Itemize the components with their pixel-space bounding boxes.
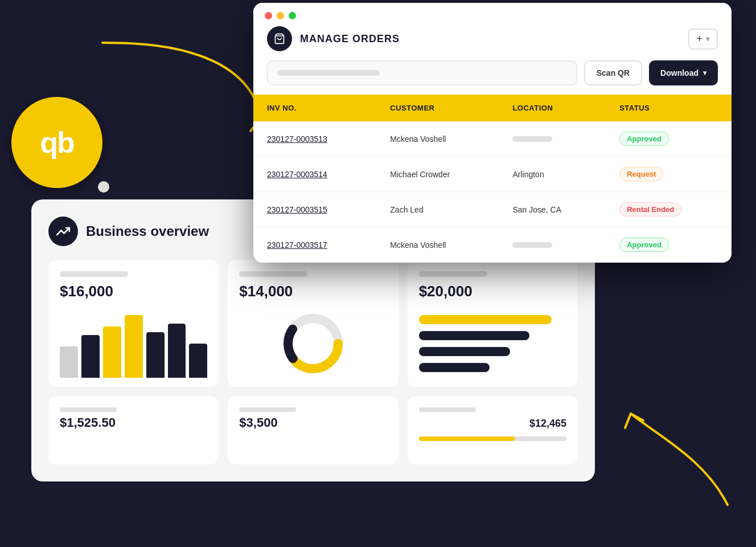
bar-4	[125, 315, 143, 378]
location-cell: San Jose, CA	[499, 192, 606, 227]
progress-bar-wrapper	[419, 436, 566, 441]
progress-fill	[419, 436, 515, 441]
inv-link[interactable]: 230127-0003513	[267, 134, 327, 144]
download-chevron-icon: ▾	[703, 69, 706, 77]
inv-link[interactable]: 230127-0003514	[267, 170, 327, 179]
customer-cell: Zach Led	[376, 192, 499, 227]
chart-card-row2-2: $3,500	[228, 396, 398, 464]
window-header: MANAGE ORDERS + ▾	[253, 26, 732, 60]
cart-icon	[267, 26, 292, 51]
chart-grid-row1: $16,000 $14,000	[48, 260, 578, 387]
add-button[interactable]: + ▾	[688, 28, 718, 50]
hbar-chart	[419, 309, 566, 378]
inv-no-cell: 230127-0003517	[253, 227, 376, 263]
bar-7	[189, 344, 207, 378]
col-location: LOCATION	[499, 95, 606, 121]
qb-logo-text: qb	[40, 125, 74, 160]
window-minimize-dot[interactable]	[277, 12, 284, 19]
inv-no-cell: 230127-0003514	[253, 157, 376, 192]
qb-logo-wrapper: qb	[11, 97, 102, 188]
status-badge-approved2: Approved	[619, 238, 669, 252]
donut-svg	[279, 309, 347, 378]
hbar-4	[419, 363, 490, 372]
status-cell: Request	[606, 157, 732, 192]
bar-5	[146, 332, 165, 378]
download-button[interactable]: Download ▾	[649, 60, 718, 85]
bar-1	[60, 346, 78, 378]
hbar-1	[419, 315, 552, 324]
window-title-text: MANAGE ORDERS	[300, 33, 400, 45]
location-cell	[499, 121, 606, 157]
inv-link[interactable]: 230127-0003517	[267, 240, 327, 250]
donut-wrapper	[239, 309, 387, 378]
col-customer: CUSTOMER	[376, 95, 499, 121]
row2-value-2: $3,500	[239, 415, 387, 430]
status-badge-approved: Approved	[619, 132, 669, 146]
status-cell: Approved	[606, 121, 732, 157]
chart-card-row2-3: $12,465	[408, 396, 578, 464]
col-inv-no: INV NO.	[253, 95, 376, 121]
status-cell: Approved	[606, 227, 732, 263]
inv-link[interactable]: 230127-0003515	[267, 205, 327, 214]
action-bar: Scan QR Download ▾	[253, 60, 732, 95]
location-placeholder	[512, 136, 552, 142]
donut-chart-value: $14,000	[239, 283, 387, 300]
row2-value-1: $1,525.50	[60, 415, 207, 430]
status-cell: Rental Ended	[606, 192, 732, 227]
orders-table: INV NO. CUSTOMER LOCATION STATUS 230127-…	[253, 95, 732, 263]
scan-qr-button[interactable]: Scan QR	[584, 60, 642, 85]
hbar-2	[419, 331, 530, 340]
chevron-icon: ▾	[706, 34, 710, 43]
status-badge-request: Request	[619, 167, 663, 181]
table-body: 230127-0003513 Mckena Voshell Approved 2…	[253, 121, 732, 263]
col-status: STATUS	[606, 95, 732, 121]
table-header: INV NO. CUSTOMER LOCATION STATUS	[253, 95, 732, 121]
table-row: 230127-0003514 Michael Crowder Arlington…	[253, 157, 732, 192]
bar-chart-value: $16,000	[60, 283, 207, 300]
plus-icon: +	[696, 33, 702, 45]
window-close-dot[interactable]	[265, 12, 272, 19]
table-row: 230127-0003513 Mckena Voshell Approved	[253, 121, 732, 157]
chart-grid-row2: $1,525.50 $3,500 $12,465	[48, 396, 578, 464]
bar-chart-card: $16,000	[48, 260, 219, 387]
inv-no-cell: 230127-0003515	[253, 192, 376, 227]
biz-overview-title: Business overview	[86, 223, 209, 239]
hbar-chart-card: $20,000	[408, 260, 578, 387]
progress-track	[419, 436, 566, 441]
hbar-chart-value: $20,000	[419, 283, 566, 300]
manage-orders-window: MANAGE ORDERS + ▾ Scan QR Download ▾ INV…	[253, 3, 732, 263]
cart-svg	[274, 33, 285, 44]
trending-up-icon	[48, 217, 78, 246]
customer-cell: Mckena Voshell	[376, 121, 499, 157]
table-row: 230127-0003515 Zach Led San Jose, CA Ren…	[253, 192, 732, 227]
trending-icon-svg	[56, 224, 70, 238]
location-cell	[499, 227, 606, 263]
chart-label-placeholder2	[239, 271, 307, 277]
chart-label-placeholder	[60, 271, 128, 277]
window-maximize-dot[interactable]	[289, 12, 296, 19]
qb-logo-circle: qb	[11, 97, 102, 188]
hbar-3	[419, 347, 511, 356]
status-badge-rental-ended: Rental Ended	[619, 202, 681, 217]
chart-label-placeholder3	[419, 271, 487, 277]
window-title-area: MANAGE ORDERS	[267, 26, 400, 51]
search-placeholder	[277, 70, 380, 76]
row2-label-2	[239, 407, 296, 412]
bar-3	[103, 326, 121, 378]
customer-cell: Michael Crowder	[376, 157, 499, 192]
inv-no-cell: 230127-0003513	[253, 121, 376, 157]
table-row: 230127-0003517 Mckena Voshell Approved	[253, 227, 732, 263]
customer-cell: Mckena Voshell	[376, 227, 499, 263]
download-label: Download	[660, 68, 699, 77]
bar-6	[168, 324, 186, 378]
search-box[interactable]	[267, 60, 577, 85]
chart-card-row2-1: $1,525.50	[48, 396, 219, 464]
location-placeholder	[512, 242, 552, 248]
donut-chart-card: $14,000	[228, 260, 398, 387]
window-controls	[253, 3, 732, 26]
row2-value-3: $12,465	[529, 418, 566, 430]
bar-2	[81, 335, 100, 378]
location-cell: Arlington	[499, 157, 606, 192]
bar-chart	[60, 309, 207, 378]
row2-label-3	[419, 407, 476, 412]
